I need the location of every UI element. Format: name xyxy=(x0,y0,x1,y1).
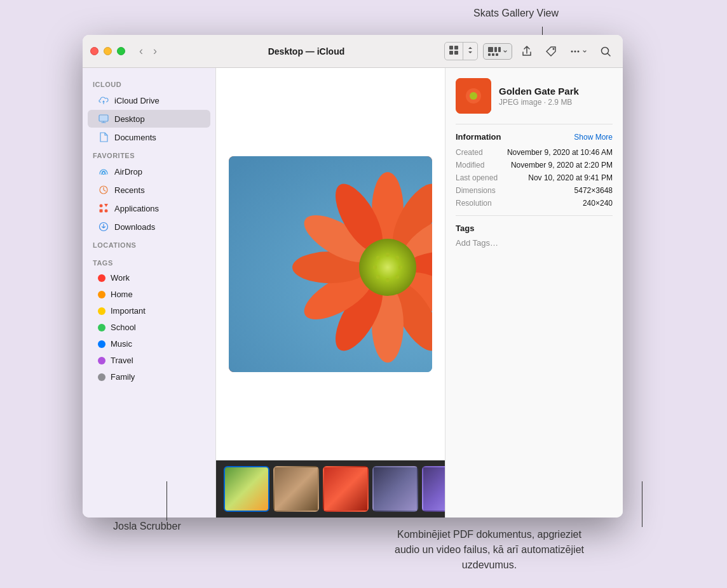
sidebar-item-label: Music xyxy=(111,339,132,349)
svg-rect-17 xyxy=(100,116,107,121)
sidebar-item-label: Work xyxy=(111,273,130,283)
more-options-button[interactable] xyxy=(566,43,591,60)
view-chevron-button[interactable] xyxy=(463,43,477,59)
sidebar-item-desktop[interactable]: Desktop xyxy=(88,110,210,128)
information-title: Information xyxy=(456,132,501,142)
icon-view-button[interactable] xyxy=(445,43,463,60)
travel-tag-dot xyxy=(98,357,105,364)
sidebar-item-icloud-drive[interactable]: iCloud Drive xyxy=(88,91,210,109)
title-bar: ‹ › Desktop — iCloud xyxy=(83,35,623,68)
sidebar-item-airdrop[interactable]: AirDrop xyxy=(88,163,210,180)
sidebar: iCloud iCloud Drive xyxy=(83,68,216,518)
main-preview xyxy=(216,68,445,460)
thumbnail-1[interactable] xyxy=(224,466,269,512)
thumbnail-4[interactable] xyxy=(372,466,418,512)
svg-rect-8 xyxy=(492,53,494,56)
file-info: Golden Gate Park JPEG image · 2.9 MB xyxy=(499,86,579,107)
svg-rect-2 xyxy=(449,51,453,55)
more-actions-arrow xyxy=(642,481,642,527)
svg-point-13 xyxy=(578,50,580,52)
close-button[interactable] xyxy=(90,47,99,55)
file-thumbnail xyxy=(456,78,491,114)
resolution-row: Resolution 240×240 xyxy=(456,199,613,208)
thumbnail-3[interactable] xyxy=(323,466,369,512)
svg-rect-4 xyxy=(488,47,493,52)
sidebar-item-important[interactable]: Important xyxy=(88,303,210,319)
svg-rect-1 xyxy=(454,46,458,50)
modified-label: Modified xyxy=(456,161,484,170)
svg-rect-5 xyxy=(494,47,497,52)
resolution-value: 240×240 xyxy=(583,199,613,208)
svg-rect-0 xyxy=(449,46,453,50)
tags-section: Tags Add Tags… xyxy=(456,215,613,248)
forward-button[interactable]: › xyxy=(149,42,161,60)
svg-rect-3 xyxy=(454,51,458,55)
sidebar-item-label: Important xyxy=(111,306,146,316)
gallery-view-annotation: Skats Gallery View xyxy=(473,8,559,19)
thumbnail-5[interactable] xyxy=(422,466,445,512)
sidebar-item-home[interactable]: Home xyxy=(88,286,210,302)
svg-rect-9 xyxy=(496,53,498,56)
svg-point-44 xyxy=(376,275,380,279)
sidebar-item-label: Home xyxy=(111,290,133,299)
sidebar-item-documents[interactable]: Documents xyxy=(88,128,210,146)
sidebar-item-travel[interactable]: Travel xyxy=(88,352,210,368)
modified-value: November 9, 2020 at 2:20 PM xyxy=(511,161,613,170)
icloud-section-label: iCloud xyxy=(83,76,215,91)
svg-point-41 xyxy=(398,265,402,269)
sidebar-item-applications[interactable]: Applications xyxy=(88,199,210,217)
thumbnail-2[interactable] xyxy=(273,466,319,512)
last-opened-row: Last opened Nov 10, 2020 at 9:41 PM xyxy=(456,173,613,182)
svg-rect-21 xyxy=(100,210,103,213)
documents-icon xyxy=(98,131,109,143)
show-more-button[interactable]: Show More xyxy=(574,133,613,142)
sidebar-item-work[interactable]: Work xyxy=(88,270,210,286)
sidebar-item-recents[interactable]: Recents xyxy=(88,181,210,199)
sidebar-item-downloads[interactable]: Downloads xyxy=(88,218,210,236)
school-tag-dot xyxy=(98,324,105,331)
music-tag-dot xyxy=(98,340,105,348)
svg-rect-6 xyxy=(498,47,501,52)
back-button[interactable]: ‹ xyxy=(135,42,147,60)
svg-point-12 xyxy=(574,50,576,52)
sidebar-item-label: iCloud Drive xyxy=(114,96,160,105)
svg-point-43 xyxy=(386,278,390,282)
sidebar-item-label: Downloads xyxy=(114,222,155,232)
split-view: Marketing Fair 2020 xyxy=(216,68,623,518)
svg-point-23 xyxy=(105,210,108,213)
gallery-view-button[interactable] xyxy=(483,43,512,60)
maximize-button[interactable] xyxy=(117,47,125,55)
svg-point-10 xyxy=(553,48,555,50)
svg-point-42 xyxy=(395,275,399,279)
sidebar-item-music[interactable]: Music xyxy=(88,336,210,352)
important-tag-dot xyxy=(98,307,105,315)
sidebar-item-label: Recents xyxy=(114,185,145,195)
minimize-button[interactable] xyxy=(104,47,112,55)
svg-marker-22 xyxy=(104,204,108,207)
sidebar-item-family[interactable]: Family xyxy=(88,369,210,385)
sidebar-item-school[interactable]: School xyxy=(88,319,210,335)
family-tag-dot xyxy=(98,373,105,381)
tags-section-label: Tags xyxy=(83,254,215,269)
svg-point-39 xyxy=(386,253,390,257)
main-area: iCloud iCloud Drive xyxy=(83,68,623,518)
dimensions-value: 5472×3648 xyxy=(574,186,613,195)
desktop-icon xyxy=(98,113,109,124)
share-button[interactable] xyxy=(517,43,536,60)
icloud-drive-icon xyxy=(98,95,109,106)
sidebar-item-label: Applications xyxy=(114,204,159,213)
file-name: Golden Gate Park xyxy=(499,86,579,97)
sidebar-item-label: Desktop xyxy=(114,114,145,124)
sidebar-item-label: Family xyxy=(111,372,135,382)
applications-icon xyxy=(98,203,109,214)
traffic-lights xyxy=(90,47,125,55)
file-type: JPEG image · 2.9 MB xyxy=(499,98,579,107)
window-title: Desktop — iCloud xyxy=(168,46,444,57)
tag-button[interactable] xyxy=(541,43,561,60)
sidebar-item-label: Documents xyxy=(114,133,156,142)
svg-point-11 xyxy=(571,50,573,52)
search-button[interactable] xyxy=(596,43,615,60)
add-tags[interactable]: Add Tags… xyxy=(456,238,613,248)
home-tag-dot xyxy=(98,291,105,298)
last-opened-value: Nov 10, 2020 at 9:41 PM xyxy=(528,173,613,182)
